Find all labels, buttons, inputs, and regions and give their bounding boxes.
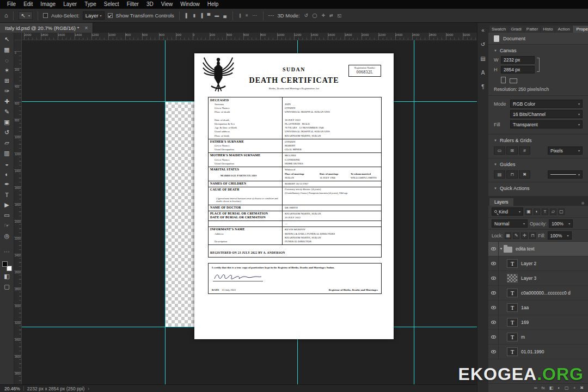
layer-row[interactable]: T 169 xyxy=(488,315,588,330)
3d-rotate-icon[interactable]: ↺ xyxy=(303,14,309,18)
layer-row[interactable]: T 01.01.1990 xyxy=(488,345,588,359)
layer-visibility-toggle[interactable] xyxy=(488,330,499,344)
panel-tab[interactable]: Patter xyxy=(524,26,540,33)
gradient-tool[interactable]: ▥ xyxy=(1,148,14,158)
ruler-origin[interactable] xyxy=(14,33,22,40)
units-select[interactable]: Pixels▾ xyxy=(548,146,583,155)
panel-tab[interactable]: Swatch xyxy=(489,26,508,33)
shape-tool[interactable]: ▭ xyxy=(1,210,14,220)
3d-slide-icon[interactable]: ⇄ xyxy=(328,14,334,18)
3d-roll-icon[interactable]: ◯ xyxy=(311,14,318,18)
history-brush-tool[interactable]: ↺ xyxy=(1,127,14,138)
layer-row[interactable]: T m xyxy=(488,330,588,345)
character-panel-icon[interactable]: A xyxy=(481,70,485,76)
quick-actions-section-header[interactable]: ▼ Quick Actions xyxy=(494,184,583,193)
menu-item[interactable]: View xyxy=(157,0,177,9)
toggle-guides-icon[interactable]: ▤ xyxy=(494,170,505,179)
layer-visibility-toggle[interactable] xyxy=(488,256,499,271)
path-selection-tool[interactable]: ▶ xyxy=(1,200,14,210)
vertical-ruler[interactable]: 0200400600800100012001400160018002000220… xyxy=(14,40,22,384)
layer-row[interactable]: ▼ edita text xyxy=(488,242,588,256)
move-tool[interactable]: ↖ xyxy=(1,34,14,45)
layer-group-icon[interactable]: ▢ xyxy=(565,385,569,390)
close-tab-icon[interactable]: × xyxy=(84,25,88,31)
distribute-vertical-icon[interactable]: ∥ xyxy=(238,14,242,18)
align-right-icon[interactable]: ▐ xyxy=(199,14,204,18)
layer-visibility-toggle[interactable] xyxy=(488,286,499,300)
canvas-width-input[interactable]: 2232 px xyxy=(501,56,535,64)
menu-item[interactable]: Window xyxy=(176,0,204,9)
status-menu-arrow-icon[interactable]: › xyxy=(88,386,89,391)
layer-row[interactable]: T Layer 2 xyxy=(488,256,588,271)
guide-vertical[interactable] xyxy=(414,40,414,384)
align-top-icon[interactable]: ▀ xyxy=(206,14,212,18)
edit-toolbar-icon[interactable]: ⋯ xyxy=(1,247,14,257)
layer-visibility-toggle[interactable] xyxy=(488,315,499,329)
blend-mode-select[interactable]: Normal▾ xyxy=(492,219,528,228)
lock-pixels-icon[interactable]: ✎ xyxy=(513,232,519,239)
filter-smart-objects-icon[interactable]: ▢ xyxy=(558,209,565,215)
pen-tool[interactable]: ✒ xyxy=(1,179,14,189)
filter-shape-layers-icon[interactable]: ▱ xyxy=(550,209,556,215)
adjustment-layer-icon[interactable]: ◐ xyxy=(558,385,560,390)
color-mode-select[interactable]: RGB Color▾ xyxy=(510,100,583,108)
align-left-icon[interactable]: ▌ xyxy=(185,14,190,18)
landscape-orientation-button[interactable] xyxy=(510,78,517,83)
canvas-viewport[interactable]: SUDAN DEATH CERTIFICATE Births, Deaths a… xyxy=(22,40,477,384)
new-layer-icon[interactable]: + xyxy=(573,385,576,390)
menu-item[interactable]: File xyxy=(3,0,20,9)
lock-position-icon[interactable]: ✛ xyxy=(521,232,528,239)
panel-menu-icon[interactable]: ≡ xyxy=(579,200,587,206)
eyedropper-tool[interactable]: ✑ xyxy=(1,86,14,96)
menu-item[interactable]: Edit xyxy=(20,0,36,9)
guides-section-header[interactable]: ▼ Guides xyxy=(494,160,583,169)
panel-tab[interactable]: Properties xyxy=(573,26,588,33)
brush-tool[interactable]: ✎ xyxy=(1,107,14,117)
foreground-color-swatch[interactable] xyxy=(2,261,8,267)
quick-selection-tool[interactable]: ✶ xyxy=(1,65,14,76)
certificate-page[interactable]: SUDAN DEATH CERTIFICATE Births, Deaths a… xyxy=(194,53,394,339)
blur-tool[interactable]: ◒ xyxy=(1,158,14,169)
paragraph-panel-icon[interactable]: ¶ xyxy=(481,84,484,90)
marquee-tool[interactable]: ▦ xyxy=(1,45,14,55)
hand-tool[interactable]: ☞ xyxy=(1,220,14,231)
snap-icon[interactable]: # xyxy=(519,146,530,155)
3d-scale-icon[interactable]: ◱ xyxy=(336,14,343,18)
fill-select[interactable]: Transparent▾ xyxy=(510,120,583,128)
fill-input[interactable]: 100%▾ xyxy=(548,231,572,240)
delete-layer-icon[interactable]: ✖ xyxy=(580,385,584,390)
canvas-height-input[interactable]: 2854 px xyxy=(501,66,535,74)
distribute-horizontal-icon[interactable]: ≡ xyxy=(244,14,249,18)
auto-select-target-select[interactable]: Layer▾ xyxy=(83,11,105,20)
zoom-tool[interactable]: ◎ xyxy=(1,231,14,241)
lock-all-icon[interactable]: ⊓ xyxy=(529,232,536,239)
menu-item[interactable]: Type xyxy=(81,0,100,9)
distribute-spacing-icon[interactable]: ⋯ xyxy=(252,14,258,18)
color-swatches[interactable] xyxy=(2,261,12,271)
layer-visibility-toggle[interactable] xyxy=(488,345,499,359)
toggle-grid-icon[interactable]: ⊞ xyxy=(506,146,518,155)
bit-depth-select[interactable]: 16 Bits/Channel▾ xyxy=(510,110,583,118)
layer-row[interactable]: Layer 3 xyxy=(488,271,588,286)
eraser-tool[interactable]: ▱ xyxy=(1,138,14,148)
layer-row[interactable]: T c0a000000...ccccccc0 d xyxy=(488,286,588,301)
auto-select-checkbox[interactable] xyxy=(43,13,48,18)
portrait-orientation-button[interactable] xyxy=(501,77,506,83)
dodge-tool[interactable]: ◐ xyxy=(1,169,14,179)
panel-tab[interactable]: Histo xyxy=(541,26,555,33)
filter-adjustment-layers-icon[interactable]: ◐ xyxy=(534,209,540,215)
panel-tab[interactable]: Action xyxy=(555,26,572,33)
guide-vertical[interactable] xyxy=(165,40,166,384)
layer-mask-icon[interactable]: ◧ xyxy=(549,385,554,390)
layer-visibility-toggle[interactable] xyxy=(488,271,499,285)
toggle-rulers-icon[interactable]: ▭ xyxy=(494,146,505,155)
layer-visibility-toggle[interactable] xyxy=(488,242,499,256)
zoom-level-input[interactable]: 20.46% xyxy=(4,386,20,391)
guide-style-select[interactable]: ▾ xyxy=(548,170,583,179)
show-transform-checkbox[interactable] xyxy=(108,13,113,18)
group-expand-icon[interactable]: ▼ xyxy=(499,247,504,250)
panel-tab[interactable]: Gradi xyxy=(509,26,524,33)
rulers-grids-section-header[interactable]: ▼ Rulers & Grids xyxy=(494,136,583,145)
menu-item[interactable]: Help xyxy=(204,0,223,9)
canvas-section-header[interactable]: ▼ Canvas xyxy=(494,46,583,55)
